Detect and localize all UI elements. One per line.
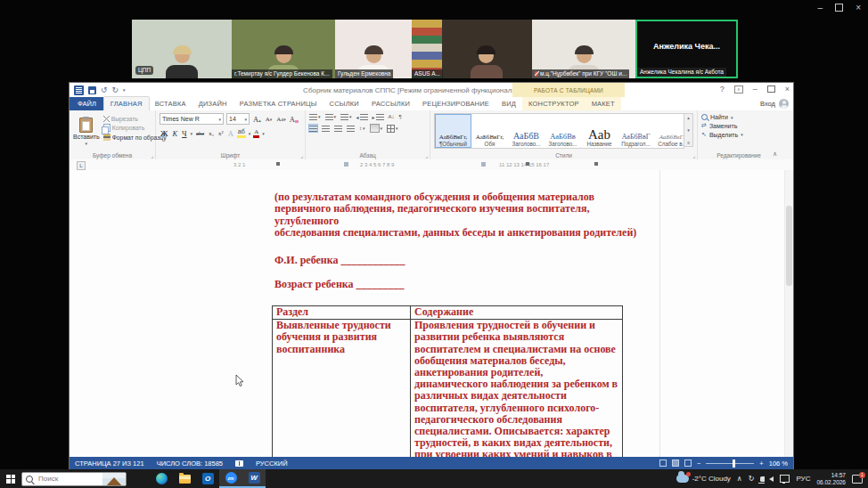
font-color-button[interactable]: А [253, 128, 259, 138]
select-button[interactable]: ↖ Выделить▾ [701, 131, 776, 138]
underline-button[interactable]: Ч [181, 129, 188, 138]
tab-stop-marker[interactable] [526, 162, 529, 166]
vertical-scrollbar[interactable] [784, 170, 793, 457]
shrink-font-button[interactable]: А▾ [265, 116, 274, 123]
styles-dialog-launcher[interactable]: ⌟ [692, 152, 695, 159]
outlook-taskbar-button[interactable]: O [196, 469, 219, 488]
search-input[interactable] [37, 474, 92, 484]
file-explorer-taskbar-button[interactable] [173, 469, 196, 488]
text-effects-button[interactable]: А [227, 129, 234, 138]
bullets-button[interactable]: ▾ [309, 113, 321, 120]
keyboard-language[interactable]: РУС [796, 475, 810, 483]
shading-button[interactable]: ▾ [370, 124, 383, 133]
tab-view[interactable]: ВИД [495, 97, 522, 110]
borders-button[interactable]: ▾ [387, 125, 398, 133]
help-button[interactable]: ? [720, 85, 725, 94]
justify-button[interactable] [347, 125, 355, 132]
zoom-level[interactable]: 106 % [769, 460, 788, 468]
edge-taskbar-button[interactable] [150, 469, 173, 488]
sign-in[interactable]: Вход [760, 97, 793, 110]
zoom-slider[interactable] [706, 463, 754, 464]
tab-file[interactable]: ФАЙЛ [70, 97, 104, 110]
taskbar-search[interactable] [21, 472, 127, 486]
tray-overflow-chevron[interactable]: ∧ [737, 475, 742, 483]
indent-marker[interactable] [344, 162, 348, 167]
align-left-button[interactable] [309, 125, 317, 132]
multilevel-list-button[interactable]: ▾ [340, 113, 352, 120]
font-dialog-launcher[interactable]: ⌟ [300, 152, 303, 159]
underline-dropdown[interactable]: ▾ [191, 131, 193, 136]
highlight-color-button[interactable]: аб [237, 128, 246, 138]
align-center-button[interactable] [322, 125, 330, 132]
font-size-combo[interactable]: 14▾ [226, 113, 250, 125]
word-count[interactable]: ЧИСЛО СЛОВ: 18585 [157, 460, 223, 468]
increase-indent-button[interactable]: ▸ [373, 113, 384, 120]
decrease-indent-button[interactable]: ◂ [356, 113, 368, 120]
tab-stop-marker[interactable] [276, 162, 280, 166]
qat-customize-dropdown[interactable]: ▾ [123, 87, 126, 93]
tab-mailings[interactable]: РАССЫЛКИ [365, 97, 416, 110]
styles-gallery-scroller[interactable]: ▴▾≡ [684, 113, 693, 147]
participant-video[interactable]: м.ц."Нұрбөбек" при КГУ "ОШ и... [532, 20, 635, 78]
undo-button[interactable]: ↺ [101, 86, 108, 94]
numbering-button[interactable]: ▾ [325, 113, 337, 120]
style-title[interactable]: Ааb Название [581, 114, 618, 148]
network-tray-icon[interactable] [780, 475, 790, 483]
document-canvas[interactable]: (по результатам командного обсуждения и … [70, 170, 793, 457]
tab-stop-marker[interactable] [594, 162, 598, 166]
style-heading2[interactable]: АаБбВв Заголово... [545, 114, 581, 148]
meeting-close-button[interactable]: × [856, 3, 861, 12]
print-layout-button[interactable] [672, 460, 679, 467]
style-normal[interactable]: АаБбВвГг, ¶Обычный [435, 114, 471, 148]
tab-home[interactable]: ГЛАВНАЯ [104, 97, 149, 110]
proofing-icon[interactable] [235, 460, 243, 467]
clear-formatting-button[interactable]: А [290, 115, 299, 124]
zoom-slider-thumb[interactable] [733, 460, 735, 468]
style-subtle-emphasis[interactable]: АаБбВвГг Слабое в... [654, 114, 684, 148]
tab-review[interactable]: РЕЦЕНЗИРОВАНИЕ [416, 97, 495, 110]
paragraph-dialog-launcher[interactable]: ⌟ [425, 152, 428, 159]
tab-table-layout[interactable]: МАКЕТ [585, 97, 621, 110]
highlight-dropdown[interactable]: ▾ [249, 131, 251, 136]
line-spacing-button[interactable]: ↕▾ [359, 126, 365, 131]
tab-table-design[interactable]: КОНСТРУКТОР [522, 97, 585, 110]
style-heading1[interactable]: АаБбВ Заголово... [508, 114, 545, 148]
sync-tray-icon[interactable]: ↻ [749, 475, 755, 483]
find-button[interactable]: Найти▾ [701, 114, 776, 120]
tab-references[interactable]: ССЫЛКИ [323, 97, 365, 110]
grow-font-button[interactable]: А▴ [252, 115, 262, 124]
word-taskbar-button[interactable]: W [242, 469, 266, 488]
font-color-dropdown[interactable]: ▾ [262, 131, 265, 136]
tab-page-layout[interactable]: РАЗМЕТКА СТРАНИЦЫ [233, 97, 323, 110]
word-close-button[interactable]: × [785, 85, 790, 94]
participant-video[interactable]: г.Темиртау я/с Гулдер Бекенова К... [232, 20, 335, 78]
participant-video-active-speaker[interactable]: Анжелика Чека... Анжелика Чекалина я/с А… [635, 20, 738, 78]
participant-video[interactable]: ASUS A... [412, 20, 532, 78]
weather-widget[interactable]: -2°C Cloudy [676, 475, 731, 483]
meeting-maximize-button[interactable] [835, 4, 843, 12]
tab-selector[interactable]: L [77, 161, 86, 170]
strikethrough-button[interactable]: abc [195, 130, 205, 136]
read-mode-button[interactable] [659, 460, 667, 467]
participant-video[interactable]: Гульден Ермековна [335, 20, 412, 78]
tab-insert[interactable]: ВСТАВКА [149, 97, 192, 110]
clipboard-dialog-launcher[interactable]: ⌟ [151, 152, 153, 159]
italic-button[interactable]: К [171, 129, 178, 138]
align-right-button[interactable] [334, 125, 342, 132]
zoom-taskbar-button[interactable]: zm [219, 469, 242, 488]
search-highlight-image[interactable] [102, 473, 126, 485]
volume-tray-icon[interactable] [769, 476, 774, 482]
meeting-minimize-button[interactable]: – [818, 3, 823, 12]
style-subtitle[interactable]: АаБбВвГ Подзагол... [618, 114, 654, 148]
style-item[interactable]: АаБбВвГг, Обя [471, 114, 508, 148]
bold-button[interactable]: Ж [160, 129, 168, 138]
action-center-icon[interactable]: 1 [852, 475, 863, 484]
indent-marker[interactable] [481, 162, 486, 167]
sort-button[interactable]: А↓ [389, 114, 395, 119]
replace-button[interactable]: ⇄ Заменить [701, 122, 776, 129]
show-paragraph-marks-button[interactable]: ¶ [399, 114, 402, 119]
paste-button[interactable]: Вставить ▾ [73, 113, 100, 150]
web-layout-button[interactable] [684, 460, 692, 467]
page-indicator[interactable]: СТРАНИЦА 27 ИЗ 121 [75, 460, 144, 468]
font-family-combo[interactable]: Times New R▾ [160, 113, 224, 125]
